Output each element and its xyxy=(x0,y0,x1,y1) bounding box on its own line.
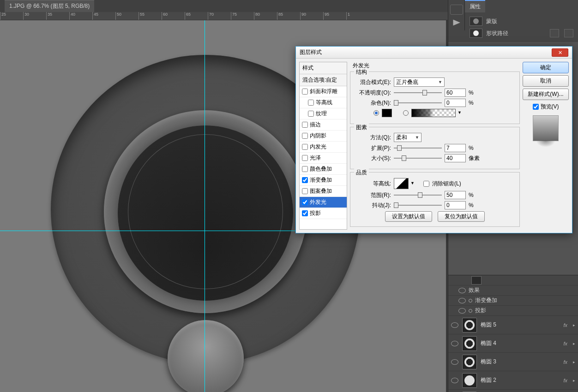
style-checkbox[interactable] xyxy=(302,133,308,139)
layer-effects-header[interactable] xyxy=(448,275,578,285)
visibility-toggle[interactable] xyxy=(451,341,458,346)
glow-color-swatch[interactable] xyxy=(382,109,392,117)
blend-mode-select[interactable]: 正片叠底 xyxy=(394,77,445,87)
layer-name[interactable]: 椭圆 3 xyxy=(481,358,496,366)
style-list-item[interactable]: 渐变叠加 xyxy=(300,175,347,186)
make-default-button[interactable]: 设置为默认值 xyxy=(385,211,432,222)
style-checkbox[interactable] xyxy=(302,199,308,205)
layer-thumbnail[interactable] xyxy=(462,318,477,333)
layer-thumbnail[interactable] xyxy=(462,336,477,351)
style-checkbox[interactable] xyxy=(302,89,308,95)
gradient-radio[interactable] xyxy=(403,110,409,116)
close-button[interactable]: ✕ xyxy=(552,48,568,57)
layer-row[interactable]: 椭圆 1 xyxy=(448,390,578,392)
style-checkbox[interactable] xyxy=(302,188,308,194)
size-input[interactable] xyxy=(445,154,466,162)
ruler-tick: 55 xyxy=(138,12,162,20)
fx-badge[interactable]: fx xyxy=(563,322,567,328)
ruler-horizontal[interactable]: 25 30 35 40 45 50 55 60 65 70 75 80 85 9… xyxy=(0,12,448,20)
style-checkbox[interactable] xyxy=(302,166,308,172)
style-label: 光泽 xyxy=(310,154,321,162)
noise-slider[interactable] xyxy=(394,100,442,106)
method-select[interactable]: 柔和 xyxy=(394,133,421,142)
chevron-right-icon[interactable]: ▸ xyxy=(573,323,575,327)
layer-name[interactable]: 椭圆 4 xyxy=(481,339,496,347)
glow-gradient-swatch[interactable] xyxy=(411,109,456,117)
layer-row[interactable]: 椭圆 2 fx▸ xyxy=(448,371,578,390)
style-list-item[interactable]: 外发光 xyxy=(300,197,347,208)
style-checkbox[interactable] xyxy=(302,144,308,150)
layer-name[interactable]: 椭圆 2 xyxy=(481,376,496,384)
opacity-slider[interactable] xyxy=(394,89,442,96)
style-checkbox[interactable] xyxy=(302,210,308,216)
range-input[interactable] xyxy=(445,191,466,199)
style-list-item[interactable]: 内阴影 xyxy=(300,131,347,142)
style-checkbox[interactable] xyxy=(302,177,308,183)
style-list-item[interactable]: 斜面和浮雕 xyxy=(300,86,347,97)
preview-checkbox[interactable] xyxy=(533,104,539,110)
style-list-header[interactable]: 样式 xyxy=(300,62,347,74)
contour-label: 等高线: xyxy=(355,180,391,188)
layer-effects-label[interactable]: 效果 xyxy=(448,285,578,296)
path-mask-button[interactable] xyxy=(564,29,573,37)
style-checkbox[interactable] xyxy=(302,122,308,128)
blend-options-item[interactable]: 混合选项:自定 xyxy=(300,74,347,86)
play-icon[interactable] xyxy=(450,18,463,28)
range-slider[interactable] xyxy=(394,192,442,198)
cancel-button[interactable]: 取消 xyxy=(523,75,569,87)
reset-default-button[interactable]: 复位为默认值 xyxy=(438,211,485,222)
layer-thumbnail[interactable] xyxy=(462,355,477,369)
layer-thumbnail[interactable] xyxy=(462,373,477,388)
visibility-toggle[interactable] xyxy=(458,298,466,303)
layer-effect-item[interactable]: 渐变叠加 xyxy=(448,296,578,306)
jitter-slider[interactable] xyxy=(394,202,442,208)
style-list-item[interactable]: 投影 xyxy=(300,208,347,219)
fx-badge[interactable]: fx xyxy=(563,359,567,365)
visibility-toggle[interactable] xyxy=(458,308,466,314)
guide-vertical[interactable] xyxy=(205,20,205,392)
chevron-right-icon[interactable]: ▸ xyxy=(573,341,575,346)
color-radio[interactable] xyxy=(373,110,379,116)
mask-icon[interactable] xyxy=(470,17,482,26)
dialog-titlebar[interactable]: 图层样式 ✕ xyxy=(296,47,572,59)
style-checkbox[interactable] xyxy=(308,100,314,106)
style-checkbox[interactable] xyxy=(308,111,314,117)
visibility-toggle[interactable] xyxy=(458,288,466,293)
layout-icon[interactable] xyxy=(450,5,463,15)
layer-row[interactable]: 椭圆 4 fx▸ xyxy=(448,334,578,353)
document-tab[interactable]: 1.JPG @ 66.7% (图层 5, RGB/8) xyxy=(5,0,94,12)
new-style-button[interactable]: 新建样式(W)... xyxy=(523,89,569,100)
fx-badge[interactable]: fx xyxy=(563,341,567,346)
style-list-item[interactable]: 内发光 xyxy=(300,142,347,153)
style-list-item[interactable]: 等高线 xyxy=(300,97,347,108)
style-list-item[interactable]: 纹理 xyxy=(300,108,347,119)
contour-picker[interactable] xyxy=(394,178,409,189)
spread-input[interactable] xyxy=(445,144,466,152)
fx-badge[interactable]: fx xyxy=(563,378,567,383)
visibility-toggle[interactable] xyxy=(451,322,458,328)
visibility-toggle[interactable] xyxy=(451,378,458,383)
style-list-item[interactable]: 光泽 xyxy=(300,153,347,164)
chevron-right-icon[interactable]: ▸ xyxy=(573,378,575,383)
properties-tab[interactable]: 属性 xyxy=(465,0,485,12)
layer-row[interactable]: 椭圆 5 fx▸ xyxy=(448,316,578,334)
jitter-input[interactable] xyxy=(445,201,466,209)
layers-panel: 效果 渐变叠加 投影 椭圆 5 fx▸ 椭圆 4 fx▸ 椭圆 3 xyxy=(448,275,578,392)
noise-input[interactable] xyxy=(445,99,466,107)
layer-row[interactable]: 椭圆 3 fx▸ xyxy=(448,353,578,371)
style-list-item[interactable]: 颜色叠加 xyxy=(300,164,347,175)
layer-effect-item[interactable]: 投影 xyxy=(448,306,578,316)
antialias-checkbox[interactable] xyxy=(423,181,429,187)
shape-path-icon[interactable] xyxy=(470,29,482,38)
ok-button[interactable]: 确定 xyxy=(523,62,569,73)
layer-name[interactable]: 椭圆 5 xyxy=(481,321,496,329)
spread-slider[interactable] xyxy=(394,145,442,151)
path-select-button[interactable] xyxy=(550,29,559,37)
style-checkbox[interactable] xyxy=(302,155,308,161)
size-slider[interactable] xyxy=(394,155,442,161)
style-list-item[interactable]: 图案叠加 xyxy=(300,186,347,197)
visibility-toggle[interactable] xyxy=(451,359,458,365)
chevron-right-icon[interactable]: ▸ xyxy=(573,360,575,364)
opacity-input[interactable] xyxy=(445,89,466,97)
style-list-item[interactable]: 描边 xyxy=(300,119,347,131)
